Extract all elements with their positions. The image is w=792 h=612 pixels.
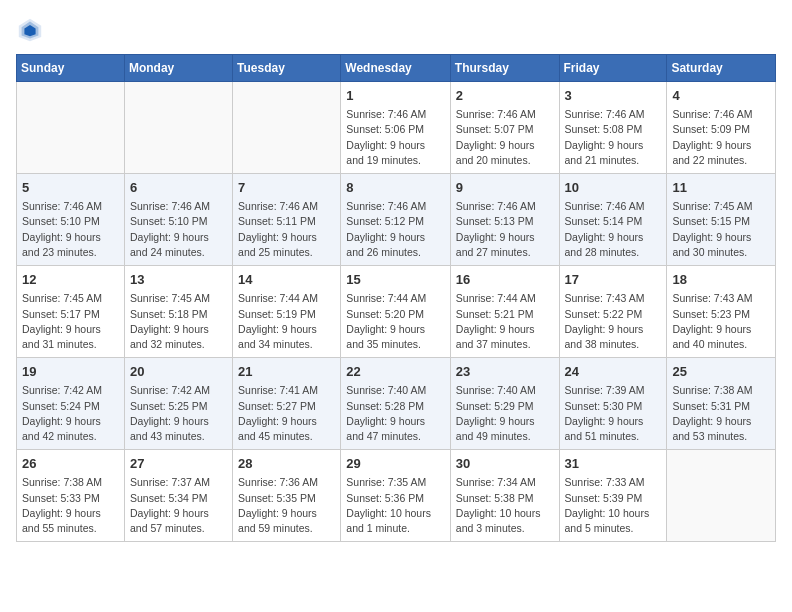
weekday-header-row: SundayMondayTuesdayWednesdayThursdayFrid…: [17, 55, 776, 82]
day-info: Sunrise: 7:43 AM Sunset: 5:23 PM Dayligh…: [672, 291, 770, 352]
day-info: Sunrise: 7:45 AM Sunset: 5:18 PM Dayligh…: [130, 291, 227, 352]
weekday-header-thursday: Thursday: [450, 55, 559, 82]
calendar-cell: 1Sunrise: 7:46 AM Sunset: 5:06 PM Daylig…: [341, 82, 451, 174]
day-info: Sunrise: 7:46 AM Sunset: 5:14 PM Dayligh…: [565, 199, 662, 260]
calendar-cell: 7Sunrise: 7:46 AM Sunset: 5:11 PM Daylig…: [233, 174, 341, 266]
day-number: 4: [672, 87, 770, 105]
day-number: 9: [456, 179, 554, 197]
day-info: Sunrise: 7:43 AM Sunset: 5:22 PM Dayligh…: [565, 291, 662, 352]
day-info: Sunrise: 7:44 AM Sunset: 5:19 PM Dayligh…: [238, 291, 335, 352]
day-number: 23: [456, 363, 554, 381]
day-number: 26: [22, 455, 119, 473]
calendar-cell: 21Sunrise: 7:41 AM Sunset: 5:27 PM Dayli…: [233, 358, 341, 450]
day-number: 30: [456, 455, 554, 473]
day-info: Sunrise: 7:34 AM Sunset: 5:38 PM Dayligh…: [456, 475, 554, 536]
day-number: 16: [456, 271, 554, 289]
day-number: 5: [22, 179, 119, 197]
page-header: [16, 16, 776, 44]
calendar-cell: 9Sunrise: 7:46 AM Sunset: 5:13 PM Daylig…: [450, 174, 559, 266]
day-info: Sunrise: 7:40 AM Sunset: 5:28 PM Dayligh…: [346, 383, 445, 444]
calendar-cell: 25Sunrise: 7:38 AM Sunset: 5:31 PM Dayli…: [667, 358, 776, 450]
calendar-cell: 22Sunrise: 7:40 AM Sunset: 5:28 PM Dayli…: [341, 358, 451, 450]
calendar-cell: 8Sunrise: 7:46 AM Sunset: 5:12 PM Daylig…: [341, 174, 451, 266]
weekday-header-friday: Friday: [559, 55, 667, 82]
day-info: Sunrise: 7:46 AM Sunset: 5:10 PM Dayligh…: [130, 199, 227, 260]
calendar-table: SundayMondayTuesdayWednesdayThursdayFrid…: [16, 54, 776, 542]
calendar-cell: 27Sunrise: 7:37 AM Sunset: 5:34 PM Dayli…: [124, 450, 232, 542]
day-info: Sunrise: 7:38 AM Sunset: 5:33 PM Dayligh…: [22, 475, 119, 536]
day-number: 21: [238, 363, 335, 381]
day-info: Sunrise: 7:46 AM Sunset: 5:11 PM Dayligh…: [238, 199, 335, 260]
calendar-cell: [667, 450, 776, 542]
day-number: 24: [565, 363, 662, 381]
day-number: 20: [130, 363, 227, 381]
day-number: 15: [346, 271, 445, 289]
logo-icon: [16, 16, 44, 44]
day-info: Sunrise: 7:37 AM Sunset: 5:34 PM Dayligh…: [130, 475, 227, 536]
calendar-cell: 5Sunrise: 7:46 AM Sunset: 5:10 PM Daylig…: [17, 174, 125, 266]
weekday-header-sunday: Sunday: [17, 55, 125, 82]
day-number: 17: [565, 271, 662, 289]
calendar-cell: 15Sunrise: 7:44 AM Sunset: 5:20 PM Dayli…: [341, 266, 451, 358]
day-info: Sunrise: 7:33 AM Sunset: 5:39 PM Dayligh…: [565, 475, 662, 536]
calendar-cell: 13Sunrise: 7:45 AM Sunset: 5:18 PM Dayli…: [124, 266, 232, 358]
day-info: Sunrise: 7:46 AM Sunset: 5:09 PM Dayligh…: [672, 107, 770, 168]
day-number: 14: [238, 271, 335, 289]
calendar-cell: 19Sunrise: 7:42 AM Sunset: 5:24 PM Dayli…: [17, 358, 125, 450]
calendar-cell: 17Sunrise: 7:43 AM Sunset: 5:22 PM Dayli…: [559, 266, 667, 358]
day-info: Sunrise: 7:45 AM Sunset: 5:15 PM Dayligh…: [672, 199, 770, 260]
day-number: 28: [238, 455, 335, 473]
day-info: Sunrise: 7:36 AM Sunset: 5:35 PM Dayligh…: [238, 475, 335, 536]
day-number: 12: [22, 271, 119, 289]
day-info: Sunrise: 7:42 AM Sunset: 5:25 PM Dayligh…: [130, 383, 227, 444]
weekday-header-monday: Monday: [124, 55, 232, 82]
day-info: Sunrise: 7:46 AM Sunset: 5:13 PM Dayligh…: [456, 199, 554, 260]
day-info: Sunrise: 7:42 AM Sunset: 5:24 PM Dayligh…: [22, 383, 119, 444]
day-info: Sunrise: 7:38 AM Sunset: 5:31 PM Dayligh…: [672, 383, 770, 444]
day-number: 10: [565, 179, 662, 197]
calendar-cell: 29Sunrise: 7:35 AM Sunset: 5:36 PM Dayli…: [341, 450, 451, 542]
day-info: Sunrise: 7:35 AM Sunset: 5:36 PM Dayligh…: [346, 475, 445, 536]
calendar-week-row: 26Sunrise: 7:38 AM Sunset: 5:33 PM Dayli…: [17, 450, 776, 542]
calendar-cell: 24Sunrise: 7:39 AM Sunset: 5:30 PM Dayli…: [559, 358, 667, 450]
day-number: 29: [346, 455, 445, 473]
calendar-cell: 23Sunrise: 7:40 AM Sunset: 5:29 PM Dayli…: [450, 358, 559, 450]
calendar-cell: 30Sunrise: 7:34 AM Sunset: 5:38 PM Dayli…: [450, 450, 559, 542]
day-info: Sunrise: 7:40 AM Sunset: 5:29 PM Dayligh…: [456, 383, 554, 444]
weekday-header-saturday: Saturday: [667, 55, 776, 82]
calendar-cell: 4Sunrise: 7:46 AM Sunset: 5:09 PM Daylig…: [667, 82, 776, 174]
logo: [16, 16, 48, 44]
day-info: Sunrise: 7:44 AM Sunset: 5:20 PM Dayligh…: [346, 291, 445, 352]
calendar-cell: [124, 82, 232, 174]
day-info: Sunrise: 7:41 AM Sunset: 5:27 PM Dayligh…: [238, 383, 335, 444]
day-number: 8: [346, 179, 445, 197]
day-info: Sunrise: 7:44 AM Sunset: 5:21 PM Dayligh…: [456, 291, 554, 352]
calendar-week-row: 12Sunrise: 7:45 AM Sunset: 5:17 PM Dayli…: [17, 266, 776, 358]
day-number: 13: [130, 271, 227, 289]
day-info: Sunrise: 7:45 AM Sunset: 5:17 PM Dayligh…: [22, 291, 119, 352]
day-number: 31: [565, 455, 662, 473]
calendar-cell: 16Sunrise: 7:44 AM Sunset: 5:21 PM Dayli…: [450, 266, 559, 358]
day-number: 7: [238, 179, 335, 197]
day-number: 3: [565, 87, 662, 105]
calendar-cell: 11Sunrise: 7:45 AM Sunset: 5:15 PM Dayli…: [667, 174, 776, 266]
calendar-cell: [17, 82, 125, 174]
calendar-week-row: 19Sunrise: 7:42 AM Sunset: 5:24 PM Dayli…: [17, 358, 776, 450]
day-number: 22: [346, 363, 445, 381]
calendar-cell: 3Sunrise: 7:46 AM Sunset: 5:08 PM Daylig…: [559, 82, 667, 174]
calendar-week-row: 1Sunrise: 7:46 AM Sunset: 5:06 PM Daylig…: [17, 82, 776, 174]
day-number: 27: [130, 455, 227, 473]
calendar-cell: 28Sunrise: 7:36 AM Sunset: 5:35 PM Dayli…: [233, 450, 341, 542]
calendar-cell: 14Sunrise: 7:44 AM Sunset: 5:19 PM Dayli…: [233, 266, 341, 358]
calendar-cell: 18Sunrise: 7:43 AM Sunset: 5:23 PM Dayli…: [667, 266, 776, 358]
weekday-header-tuesday: Tuesday: [233, 55, 341, 82]
day-info: Sunrise: 7:46 AM Sunset: 5:08 PM Dayligh…: [565, 107, 662, 168]
day-number: 19: [22, 363, 119, 381]
calendar-cell: 31Sunrise: 7:33 AM Sunset: 5:39 PM Dayli…: [559, 450, 667, 542]
day-info: Sunrise: 7:39 AM Sunset: 5:30 PM Dayligh…: [565, 383, 662, 444]
calendar-cell: 20Sunrise: 7:42 AM Sunset: 5:25 PM Dayli…: [124, 358, 232, 450]
weekday-header-wednesday: Wednesday: [341, 55, 451, 82]
calendar-cell: 26Sunrise: 7:38 AM Sunset: 5:33 PM Dayli…: [17, 450, 125, 542]
day-number: 1: [346, 87, 445, 105]
calendar-cell: 2Sunrise: 7:46 AM Sunset: 5:07 PM Daylig…: [450, 82, 559, 174]
